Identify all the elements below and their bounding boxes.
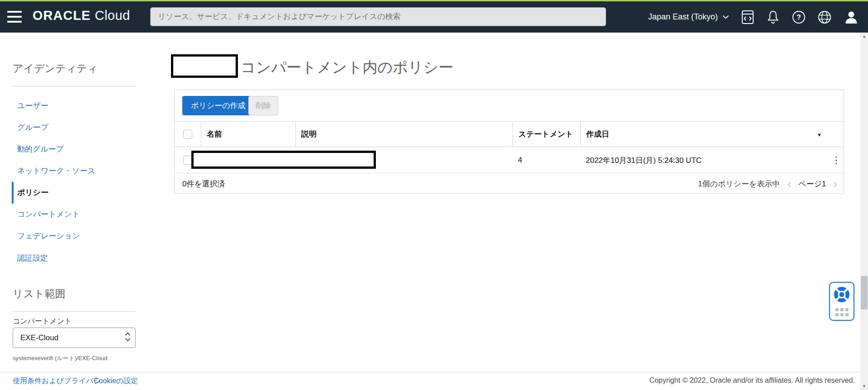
region-selector[interactable]: Japan East (Tokyo) (648, 12, 729, 22)
compartment-select-value: EXE-Cloud (20, 333, 58, 342)
sidebar-divider-2 (13, 311, 136, 312)
brand-oracle: ORACLE (33, 8, 90, 23)
cookie-settings-link[interactable]: Cookieの設定 (94, 376, 138, 386)
column-header-name[interactable]: 名前 (201, 122, 295, 147)
oracle-cloud-logo[interactable]: ORACLECloud (33, 8, 130, 23)
user-avatar-icon[interactable] (844, 10, 859, 25)
selected-count: 0件を選択済 (182, 179, 225, 189)
pagination: 1個のポリシーを表示中 ‹ ページ1 › (698, 178, 837, 190)
table-footer: 0件を選択済 1個のポリシーを表示中 ‹ ページ1 › (175, 174, 844, 194)
svg-text:?: ? (797, 14, 801, 21)
table-header-row: 名前 説明 ステートメント 作成日 ▼ (175, 121, 844, 147)
life-preserver-icon (833, 285, 851, 304)
delete-button[interactable]: 削除 (248, 96, 278, 115)
compartment-select[interactable]: EXE-Cloud (13, 328, 136, 348)
chevron-down-icon (722, 15, 729, 19)
scroll-down-icon[interactable]: ▼ (860, 382, 868, 390)
table-toolbar: ポリシーの作成 削除 (175, 90, 844, 121)
sidebar-divider (13, 86, 136, 86)
cell-statements: 4 (512, 147, 580, 173)
sidebar-item-federation[interactable]: フェデレーション (17, 231, 80, 241)
row-checkbox[interactable] (183, 156, 192, 165)
cloud-shell-icon[interactable] (741, 10, 754, 24)
language-globe-icon[interactable] (818, 10, 831, 24)
page-next-icon[interactable]: › (833, 178, 837, 190)
vertical-scrollbar[interactable]: ▲ ▼ (860, 33, 868, 390)
column-header-statements[interactable]: ステートメント (512, 122, 580, 147)
cell-created: 2022年10月31日(月) 5:24:30 UTC (580, 147, 825, 173)
topbar-right-controls: Japan East (Tokyo) (648, 1, 859, 33)
floating-help-widget[interactable] (829, 282, 854, 321)
sidebar-section-identity: アイデンティティ (13, 62, 98, 76)
create-policy-button[interactable]: ポリシーの作成 (182, 96, 254, 115)
oracle-cloud-console: ORACLECloud Japan East (Tokyo) (0, 0, 868, 390)
terms-privacy-link[interactable]: 使用条件およびプライバシ (13, 376, 101, 386)
policies-panel: ポリシーの作成 削除 名前 説明 ステートメント 作成日 ▼ 4 2022年10… (174, 90, 844, 194)
sort-descending-icon[interactable]: ▼ (817, 132, 822, 138)
table-row[interactable]: 4 2022年10月31日(月) 5:24:30 UTC ⋮ (175, 147, 844, 173)
scrollbar-thumb[interactable] (861, 276, 868, 309)
sidebar-item-policies[interactable]: ポリシー (17, 187, 48, 198)
footer-divider (0, 372, 860, 372)
select-stepper-icon (125, 332, 131, 342)
sidebar-item-authentication-settings[interactable]: 認証設定 (17, 253, 48, 263)
selected-item-indicator (12, 182, 14, 204)
page-title: コンパートメント内のポリシー (241, 57, 454, 78)
sidebar-item-users[interactable]: ユーザー (17, 100, 48, 111)
sidebar-item-groups[interactable]: グループ (17, 122, 48, 133)
copyright-text: Copyright © 2022, Oracle and/or its affi… (650, 376, 855, 385)
scroll-up-icon[interactable]: ▲ (860, 33, 868, 40)
compartment-label: コンパートメント (13, 317, 72, 326)
top-navigation-bar: ORACLECloud Japan East (Tokyo) (0, 1, 868, 33)
column-header-description[interactable]: 説明 (295, 122, 512, 147)
help-icon[interactable]: ? (792, 10, 806, 24)
sidebar-item-dynamic-groups[interactable]: 動的グループ (17, 144, 64, 154)
sidebar-item-compartments[interactable]: コンパートメント (17, 209, 80, 219)
region-label: Japan East (Tokyo) (648, 12, 718, 22)
page-number: ページ1 (798, 179, 826, 189)
sidebar-section-list-scope: リスト範囲 (13, 287, 66, 301)
compartment-path: systemexeverifi (ルート)/EXE-Cloud (13, 354, 107, 362)
select-all-checkbox[interactable] (183, 130, 192, 139)
hamburger-menu-icon[interactable] (7, 11, 23, 23)
drag-dots-icon (835, 308, 849, 316)
brand-cloud: Cloud (95, 8, 130, 23)
notifications-bell-icon[interactable] (766, 10, 780, 24)
showing-count: 1個のポリシーを表示中 (698, 179, 780, 189)
column-header-created[interactable]: 作成日 (580, 122, 844, 147)
search-input[interactable] (150, 7, 606, 26)
sidebar-item-network-sources[interactable]: ネットワーク・ソース (17, 166, 95, 176)
row-menu-icon[interactable]: ⋮ (830, 147, 843, 173)
redacted-policy-name (191, 151, 376, 169)
select-all-cell (175, 122, 201, 147)
redacted-compartment-name (171, 54, 238, 78)
page-prev-icon[interactable]: ‹ (787, 178, 791, 190)
